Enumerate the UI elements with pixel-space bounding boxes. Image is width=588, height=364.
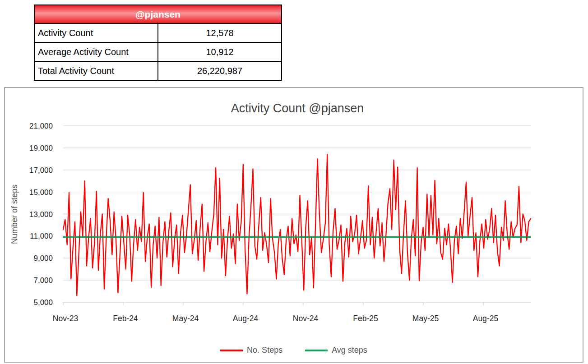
y-tick-label: 7,000 — [33, 276, 53, 285]
y-tick-label: 15,000 — [29, 188, 53, 197]
table-row: Total Activity Count 26,220,987 — [34, 61, 282, 80]
table-row: Activity Count 12,578 — [34, 23, 282, 42]
x-tick-label: Feb-25 — [353, 314, 378, 323]
x-tick-label: Aug-25 — [473, 314, 498, 323]
legend-item-no-steps: No. Steps — [220, 346, 282, 355]
no-steps-line-swatch — [220, 350, 243, 351]
plot-area: 5,0007,0009,00011,00013,00015,00017,0001… — [5, 88, 581, 360]
y-tick-label: 13,000 — [29, 210, 53, 219]
stat-label-total-activity-count: Total Activity Count — [34, 61, 158, 80]
x-tick-label: Nov-24 — [293, 314, 319, 323]
chart-container: Activity Count @pjansen Number of steps … — [4, 87, 583, 363]
chart-legend: No. Steps Avg steps — [5, 346, 583, 355]
x-tick-label: Nov-23 — [53, 314, 78, 323]
stats-table-header-row: @pjansen — [34, 5, 282, 23]
y-tick-label: 11,000 — [30, 232, 53, 240]
avg-steps-line-swatch — [305, 350, 328, 351]
stat-label-average-activity-count: Average Activity Count — [34, 42, 158, 61]
legend-item-avg-steps: Avg steps — [305, 346, 367, 355]
stat-value-average-activity-count: 10,912 — [158, 42, 282, 61]
stat-value-total-activity-count: 26,220,987 — [158, 61, 282, 80]
x-tick-label: May-25 — [412, 314, 439, 323]
stats-table: @pjansen Activity Count 12,578 Average A… — [34, 5, 282, 81]
x-tick-label: May-24 — [172, 314, 199, 323]
stat-label-activity-count: Activity Count — [34, 23, 158, 42]
x-tick-label: Aug-24 — [233, 314, 259, 323]
x-tick-label: Feb-24 — [113, 314, 138, 323]
page: @pjansen Activity Count 12,578 Average A… — [0, 0, 588, 364]
no-steps-series-line — [63, 155, 531, 296]
stat-value-activity-count: 12,578 — [158, 23, 282, 42]
y-tick-label: 5,000 — [33, 298, 53, 307]
y-tick-label: 21,000 — [29, 122, 53, 130]
table-row: Average Activity Count 10,912 — [34, 42, 282, 61]
y-tick-label: 17,000 — [29, 166, 53, 175]
y-tick-label: 9,000 — [33, 254, 53, 263]
legend-label-avg-steps: Avg steps — [332, 346, 367, 355]
y-tick-label: 19,000 — [29, 144, 53, 152]
legend-label-no-steps: No. Steps — [247, 346, 282, 355]
stats-table-header: @pjansen — [34, 5, 282, 23]
